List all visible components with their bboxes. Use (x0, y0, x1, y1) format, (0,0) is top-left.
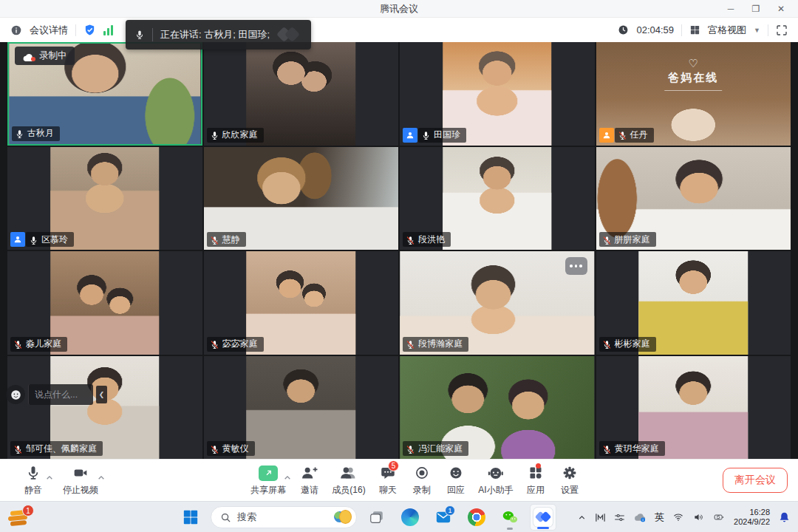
meeting-details-link[interactable]: 会议详情 (30, 24, 68, 37)
members-icon (340, 465, 357, 481)
participant-name: 欣欣家庭 (222, 129, 258, 141)
video-tile[interactable]: 段洪艳 (400, 147, 595, 250)
participant-label: 区慕玲 (10, 232, 74, 247)
video-tile[interactable]: 冯汇能家庭 (400, 356, 595, 460)
network-signal-icon[interactable] (103, 25, 113, 35)
speaking-label: 正在讲话: (160, 29, 202, 40)
recording-label: 录制中 (39, 50, 67, 62)
wechat-button[interactable] (497, 504, 523, 531)
video-tile[interactable]: 段博瀚家庭 (400, 251, 595, 355)
participant-label: 欣欣家庭 (207, 128, 264, 143)
participant-label: 田国珍 (403, 128, 466, 143)
video-stage: 古秋月 欣欣家庭 田国珍 ♡ 爸妈 (0, 42, 798, 459)
volume-icon[interactable] (692, 512, 704, 522)
cloud-sync-icon[interactable] (633, 512, 647, 522)
notifications-bell-icon[interactable] (778, 511, 791, 524)
stop-video-button[interactable]: 停止视频 (55, 463, 106, 497)
mic-muted-icon (602, 235, 612, 245)
share-screen-button[interactable]: 共享屏幕 (244, 463, 293, 497)
recording-badge[interactable]: 录制中 (15, 47, 75, 65)
divider (768, 24, 768, 36)
mic-muted-icon (406, 235, 415, 245)
security-shield-icon[interactable] (83, 24, 96, 36)
widgets-badge: 1 (22, 505, 34, 516)
close-icon[interactable]: ✕ (768, 0, 794, 18)
reactions-button[interactable]: 回应 (439, 463, 473, 497)
mic-muted-icon (602, 444, 612, 454)
settings-button[interactable]: 设置 (553, 463, 587, 497)
video-tile[interactable]: 田国珍 (400, 42, 595, 146)
participant-name: 任丹 (630, 129, 648, 141)
participant-label: 慧静 (207, 232, 246, 247)
apps-notification-dot (536, 463, 541, 468)
members-button[interactable]: 成员(16) (327, 463, 371, 497)
mail-unread-badge: 1 (445, 505, 455, 516)
collapse-chat-icon[interactable]: ❮ (96, 386, 107, 403)
mute-button[interactable]: 静音 (12, 463, 55, 497)
record-button[interactable]: 录制 (405, 463, 439, 497)
start-button[interactable] (177, 504, 204, 531)
video-tile[interactable]: 欣欣家庭 (204, 42, 399, 146)
fullscreen-icon[interactable] (776, 24, 788, 36)
task-view-button[interactable] (364, 504, 390, 531)
video-tile[interactable]: 淼儿家庭 (7, 251, 202, 355)
view-mode-selector[interactable]: 宫格视图 (708, 24, 746, 37)
video-tile[interactable]: 黄玥华家庭 (596, 356, 791, 460)
edge-browser-button[interactable] (397, 504, 423, 531)
chat-quick-input: 说点什么... ❮ (6, 384, 107, 405)
mixer-sliders-icon[interactable] (614, 512, 625, 523)
search-icon (220, 512, 231, 523)
chevron-down-icon[interactable]: ▼ (754, 27, 760, 34)
participant-label: 任丹 (599, 128, 654, 143)
chat-message-input[interactable]: 说点什么... (28, 384, 93, 405)
language-indicator[interactable]: 英 (655, 511, 664, 524)
video-tile[interactable]: 彬彬家庭 (596, 251, 791, 355)
brand-logo-text: 爸妈在线 (668, 71, 718, 85)
chrome-icon (468, 508, 485, 526)
taskbar-clock[interactable]: 16:28 2024/9/22 (734, 508, 770, 527)
participant-label: 邹可佳、佩麟家庭 (10, 441, 103, 456)
tencent-meeting-icon (533, 508, 553, 527)
battery-saver-icon[interactable] (712, 512, 726, 522)
video-tile[interactable]: ♡ 爸妈在线 任丹 (596, 42, 791, 146)
chevron-up-icon[interactable] (98, 470, 105, 483)
taskbar-date: 2024/9/22 (734, 517, 770, 527)
widgets-weather-icon[interactable]: 1 (6, 505, 34, 530)
video-tile[interactable]: 黄敏仪 (204, 356, 399, 460)
leave-meeting-button[interactable]: 离开会议 (723, 468, 788, 493)
video-tile[interactable]: 区慕玲 (7, 147, 202, 250)
active-app-indicator (537, 527, 549, 529)
maximize-icon[interactable]: ❐ (743, 0, 768, 18)
invite-person-icon (301, 465, 318, 481)
wifi-icon[interactable] (672, 512, 684, 522)
participant-name: 区慕玲 (41, 233, 68, 246)
clock-icon (618, 24, 629, 35)
video-tile[interactable]: 邹可佳、佩麟家庭 (7, 356, 202, 460)
chevron-up-icon[interactable] (284, 470, 291, 483)
active-speaker-toast: 正在讲话: 古秋月; 田国珍; (126, 20, 311, 50)
input-method-icon[interactable] (595, 512, 606, 523)
ai-assistant-button[interactable]: AI小助手 (473, 463, 519, 497)
window-title: 腾讯会议 (0, 2, 798, 16)
tray-chevron-up-icon[interactable] (577, 513, 587, 522)
minimize-icon[interactable]: ─ (718, 0, 743, 18)
chat-button[interactable]: 聊天 5 (371, 463, 405, 497)
chat-placeholder: 说点什么... (35, 389, 78, 401)
apps-button[interactable]: 应用 (519, 463, 553, 497)
video-tile[interactable]: 胼胼家庭 (596, 147, 791, 250)
tencent-meeting-app-button[interactable] (530, 504, 556, 531)
video-tile[interactable]: 宓宓家庭 (204, 251, 399, 355)
participant-name: 冯汇能家庭 (418, 443, 463, 455)
chevron-up-icon[interactable] (46, 470, 53, 483)
chat-unread-badge: 5 (388, 460, 399, 471)
video-tile[interactable]: 慧静 (204, 147, 399, 250)
invite-button[interactable]: 邀请 (293, 463, 327, 497)
wechat-icon (502, 509, 518, 525)
tile-more-options-icon[interactable] (565, 257, 587, 275)
mail-button[interactable]: 1 (430, 504, 457, 531)
emoji-icon[interactable] (6, 385, 25, 404)
taskbar-search-input[interactable]: 搜索 (211, 506, 357, 528)
chrome-browser-button[interactable] (463, 504, 490, 531)
participant-name: 黄玥华家庭 (615, 443, 659, 455)
participant-label: 黄敏仪 (207, 441, 255, 456)
